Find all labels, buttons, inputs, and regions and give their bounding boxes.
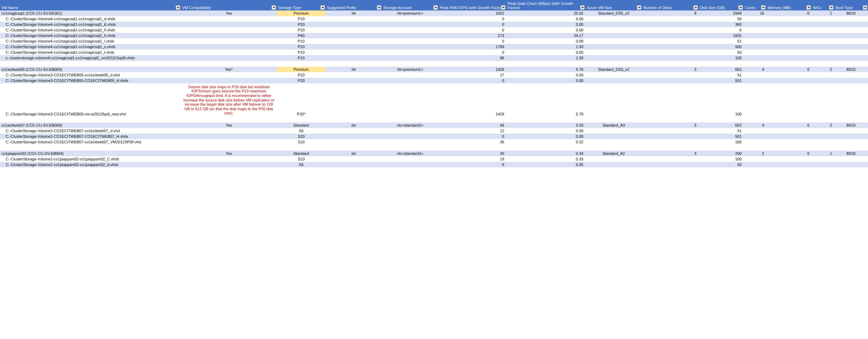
cell: 43 bbox=[439, 122, 507, 128]
cell bbox=[766, 16, 812, 22]
col-header-5[interactable]: Peak R/W IOPS (with Growth Factor) bbox=[439, 0, 507, 10]
col-header-13[interactable]: Boot Type bbox=[834, 0, 868, 10]
col-header-8[interactable]: Number of Disks bbox=[642, 0, 699, 10]
cell: S10 bbox=[277, 139, 325, 145]
cell bbox=[382, 50, 439, 55]
col-header-label: Storage Type bbox=[278, 6, 301, 10]
filter-dropdown-icon[interactable] bbox=[176, 5, 180, 10]
col-header-6[interactable]: Peak Data Churn (MBps) (with Growth Fact… bbox=[506, 0, 585, 10]
cell bbox=[181, 27, 277, 33]
cell bbox=[181, 134, 277, 139]
cell bbox=[585, 83, 642, 117]
cell: 1 bbox=[812, 10, 834, 16]
cell: S6 bbox=[277, 128, 325, 134]
table-row: co1ecitweb07 (CO1-CU-SV-EB004)YesStandar… bbox=[0, 122, 868, 128]
table-row: co1ecitweb05 (CO1-CU-SV-EB003)Yes*Premiu… bbox=[0, 67, 868, 72]
empty-cell bbox=[439, 61, 507, 67]
cell bbox=[744, 72, 766, 78]
table-row: C:-ClusterStorage-Volume3-CO1ECITWEB05-v… bbox=[0, 83, 868, 117]
cell bbox=[382, 128, 439, 134]
cell bbox=[642, 50, 699, 55]
table-row: C:-ClusterStorage-Volume3-CO1ECITWEB05-C… bbox=[0, 78, 868, 83]
col-header-9[interactable]: Disk Size (GB) bbox=[699, 0, 744, 10]
filter-dropdown-icon[interactable] bbox=[501, 5, 505, 10]
table-row: C:-ClusterStorage-Volume2-CO1ECITWEB07-c… bbox=[0, 128, 868, 134]
col-header-12[interactable]: NICs bbox=[812, 0, 834, 10]
cell bbox=[326, 33, 382, 38]
cell bbox=[744, 156, 766, 162]
col-header-2[interactable]: Storage Type bbox=[277, 0, 325, 10]
cell bbox=[834, 162, 868, 167]
empty-cell bbox=[506, 145, 585, 151]
filter-dropdown-icon[interactable] bbox=[580, 5, 585, 10]
filter-dropdown-icon[interactable] bbox=[829, 5, 833, 10]
col-header-10[interactable]: Cores bbox=[744, 0, 766, 10]
filter-dropdown-icon[interactable] bbox=[738, 5, 743, 10]
col-header-label: Suggested Prefix bbox=[327, 6, 356, 10]
cell: C:-ClusterStorage-Volume4-co1magicsql1-c… bbox=[0, 33, 181, 38]
cell: Standard bbox=[277, 151, 325, 156]
cell bbox=[642, 27, 699, 33]
empty-cell bbox=[181, 61, 277, 67]
table-row: C:-ClusterStorage-Volume4-co1magicsql1-c… bbox=[0, 33, 868, 38]
col-header-0[interactable]: VM Name bbox=[0, 0, 181, 10]
cell bbox=[585, 139, 642, 145]
cell: C:-ClusterStorage-Volume2-co1piappsm02-c… bbox=[0, 156, 181, 162]
cell: 0.00 bbox=[506, 27, 585, 33]
cell bbox=[766, 38, 812, 44]
filter-dropdown-icon[interactable] bbox=[693, 5, 698, 10]
table-row: C:-ClusterStorage-Volume4-co1magicsql1-c… bbox=[0, 50, 868, 55]
cell bbox=[766, 156, 812, 162]
cell: Yes bbox=[181, 122, 277, 128]
cell bbox=[744, 27, 766, 33]
cell bbox=[585, 16, 642, 22]
cell bbox=[585, 22, 642, 27]
cell: 0 bbox=[439, 38, 507, 44]
cell: Premium bbox=[277, 10, 325, 16]
cell: 100 bbox=[699, 139, 744, 145]
cell bbox=[181, 55, 277, 61]
cell bbox=[744, 78, 766, 83]
empty-cell bbox=[181, 145, 277, 151]
cell bbox=[642, 72, 699, 78]
col-header-4[interactable]: Storage Account bbox=[382, 0, 439, 10]
filter-dropdown-icon[interactable] bbox=[863, 5, 867, 10]
filter-dropdown-icon[interactable] bbox=[433, 5, 438, 10]
empty-cell bbox=[812, 117, 834, 122]
cell: 1922 bbox=[439, 10, 507, 16]
cell bbox=[326, 16, 382, 22]
col-header-3[interactable]: Suggested Prefix bbox=[326, 0, 382, 10]
filter-dropdown-icon[interactable] bbox=[637, 5, 641, 10]
empty-cell bbox=[766, 117, 812, 122]
filter-dropdown-icon[interactable] bbox=[320, 5, 325, 10]
empty-cell bbox=[0, 117, 181, 122]
cell bbox=[834, 33, 868, 38]
cell bbox=[766, 83, 812, 117]
filter-dropdown-icon[interactable] bbox=[377, 5, 381, 10]
cell: 0.00 bbox=[506, 50, 585, 55]
filter-dropdown-icon[interactable] bbox=[761, 5, 766, 10]
table-row bbox=[0, 145, 868, 151]
cell bbox=[812, 78, 834, 83]
cell: 0 bbox=[766, 10, 812, 16]
filter-dropdown-icon[interactable] bbox=[806, 5, 811, 10]
col-header-11[interactable]: Memory (MB) bbox=[766, 0, 812, 10]
cell: 100 bbox=[699, 156, 744, 162]
cell bbox=[744, 55, 766, 61]
col-header-7[interactable]: Azure VM Size bbox=[585, 0, 642, 10]
cell bbox=[834, 78, 868, 83]
empty-cell bbox=[277, 117, 325, 122]
cell bbox=[744, 16, 766, 22]
cell: 26 bbox=[439, 151, 507, 156]
cell: 501 bbox=[699, 78, 744, 83]
table-row bbox=[0, 61, 868, 67]
cell bbox=[326, 55, 382, 61]
cell bbox=[382, 134, 439, 139]
cell: 5.78 bbox=[506, 67, 585, 72]
filter-dropdown-icon[interactable] bbox=[272, 5, 276, 10]
col-header-1[interactable]: VM Compatibility bbox=[181, 0, 277, 10]
empty-cell bbox=[181, 117, 277, 122]
cell: C:-ClusterStorage-Volume3-CO1ECITWEB05-C… bbox=[0, 78, 181, 83]
cell: 0.00 bbox=[506, 78, 585, 83]
vm-assessment-table: VM NameVM CompatibilityStorage TypeSugge… bbox=[0, 0, 868, 167]
